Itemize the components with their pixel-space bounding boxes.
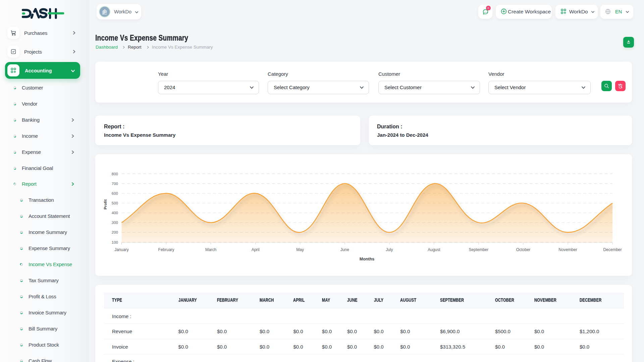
svg-text:March: March (205, 247, 216, 252)
svg-text:November: November (558, 247, 577, 252)
svg-text:January: January (114, 247, 129, 252)
svg-text:June: June (340, 247, 349, 252)
svg-text:300: 300 (112, 221, 118, 225)
svg-text:February: February (158, 247, 174, 252)
svg-text:600: 600 (112, 191, 118, 195)
svg-text:500: 500 (112, 201, 118, 205)
svg-text:400: 400 (112, 211, 118, 215)
svg-text:200: 200 (112, 230, 118, 234)
svg-text:September: September (469, 247, 489, 252)
svg-text:Months: Months (360, 257, 374, 261)
svg-text:700: 700 (112, 182, 118, 186)
svg-text:July: July (386, 247, 393, 252)
svg-text:October: October (516, 247, 531, 252)
svg-text:December: December (603, 247, 622, 252)
svg-text:800: 800 (112, 172, 118, 176)
svg-text:August: August (428, 247, 440, 252)
svg-text:Profit: Profit (103, 199, 107, 209)
svg-text:April: April (252, 247, 260, 252)
svg-text:May: May (296, 247, 304, 252)
svg-text:100: 100 (112, 240, 118, 244)
